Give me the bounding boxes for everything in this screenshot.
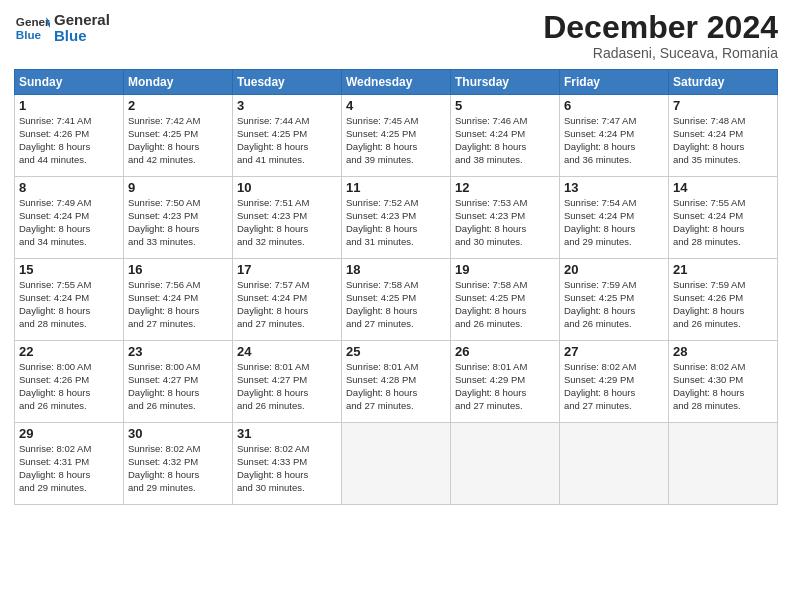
location: Radaseni, Suceava, Romania (543, 45, 778, 61)
calendar-day-cell: 22Sunrise: 8:00 AM Sunset: 4:26 PM Dayli… (15, 341, 124, 423)
title-block: December 2024 Radaseni, Suceava, Romania (543, 10, 778, 61)
day-info: Sunrise: 7:49 AM Sunset: 4:24 PM Dayligh… (19, 197, 119, 248)
day-number: 15 (19, 262, 119, 277)
calendar-day-cell: 29Sunrise: 8:02 AM Sunset: 4:31 PM Dayli… (15, 423, 124, 505)
day-info: Sunrise: 7:41 AM Sunset: 4:26 PM Dayligh… (19, 115, 119, 166)
day-info: Sunrise: 7:59 AM Sunset: 4:25 PM Dayligh… (564, 279, 664, 330)
calendar-day-cell: 6Sunrise: 7:47 AM Sunset: 4:24 PM Daylig… (560, 95, 669, 177)
day-number: 16 (128, 262, 228, 277)
day-number: 11 (346, 180, 446, 195)
calendar-day-cell: 4Sunrise: 7:45 AM Sunset: 4:25 PM Daylig… (342, 95, 451, 177)
calendar-day-cell: 8Sunrise: 7:49 AM Sunset: 4:24 PM Daylig… (15, 177, 124, 259)
calendar-day-cell: 21Sunrise: 7:59 AM Sunset: 4:26 PM Dayli… (669, 259, 778, 341)
day-number: 21 (673, 262, 773, 277)
calendar-day-cell: 25Sunrise: 8:01 AM Sunset: 4:28 PM Dayli… (342, 341, 451, 423)
calendar-day-cell: 19Sunrise: 7:58 AM Sunset: 4:25 PM Dayli… (451, 259, 560, 341)
calendar-day-cell (451, 423, 560, 505)
calendar-table: SundayMondayTuesdayWednesdayThursdayFrid… (14, 69, 778, 505)
day-info: Sunrise: 7:42 AM Sunset: 4:25 PM Dayligh… (128, 115, 228, 166)
day-number: 12 (455, 180, 555, 195)
day-number: 30 (128, 426, 228, 441)
calendar-header-cell: Monday (124, 70, 233, 95)
day-number: 27 (564, 344, 664, 359)
calendar-day-cell (342, 423, 451, 505)
day-number: 6 (564, 98, 664, 113)
day-info: Sunrise: 8:02 AM Sunset: 4:32 PM Dayligh… (128, 443, 228, 494)
day-info: Sunrise: 8:01 AM Sunset: 4:28 PM Dayligh… (346, 361, 446, 412)
day-info: Sunrise: 8:00 AM Sunset: 4:26 PM Dayligh… (19, 361, 119, 412)
calendar-day-cell: 5Sunrise: 7:46 AM Sunset: 4:24 PM Daylig… (451, 95, 560, 177)
day-info: Sunrise: 8:02 AM Sunset: 4:30 PM Dayligh… (673, 361, 773, 412)
day-info: Sunrise: 7:48 AM Sunset: 4:24 PM Dayligh… (673, 115, 773, 166)
calendar-day-cell: 15Sunrise: 7:55 AM Sunset: 4:24 PM Dayli… (15, 259, 124, 341)
calendar-day-cell: 7Sunrise: 7:48 AM Sunset: 4:24 PM Daylig… (669, 95, 778, 177)
calendar-day-cell: 10Sunrise: 7:51 AM Sunset: 4:23 PM Dayli… (233, 177, 342, 259)
calendar-container: General Blue General Blue December 2024 … (0, 0, 792, 515)
day-number: 20 (564, 262, 664, 277)
day-number: 28 (673, 344, 773, 359)
day-number: 14 (673, 180, 773, 195)
calendar-day-cell: 16Sunrise: 7:56 AM Sunset: 4:24 PM Dayli… (124, 259, 233, 341)
calendar-day-cell: 13Sunrise: 7:54 AM Sunset: 4:24 PM Dayli… (560, 177, 669, 259)
day-number: 29 (19, 426, 119, 441)
calendar-day-cell (560, 423, 669, 505)
calendar-day-cell: 26Sunrise: 8:01 AM Sunset: 4:29 PM Dayli… (451, 341, 560, 423)
day-number: 5 (455, 98, 555, 113)
calendar-header-cell: Wednesday (342, 70, 451, 95)
month-title: December 2024 (543, 10, 778, 45)
day-info: Sunrise: 7:57 AM Sunset: 4:24 PM Dayligh… (237, 279, 337, 330)
day-number: 9 (128, 180, 228, 195)
day-info: Sunrise: 7:52 AM Sunset: 4:23 PM Dayligh… (346, 197, 446, 248)
day-info: Sunrise: 8:01 AM Sunset: 4:29 PM Dayligh… (455, 361, 555, 412)
day-info: Sunrise: 7:46 AM Sunset: 4:24 PM Dayligh… (455, 115, 555, 166)
day-number: 24 (237, 344, 337, 359)
day-number: 10 (237, 180, 337, 195)
logo-blue-text: Blue (54, 28, 110, 45)
calendar-header-row: SundayMondayTuesdayWednesdayThursdayFrid… (15, 70, 778, 95)
calendar-day-cell: 20Sunrise: 7:59 AM Sunset: 4:25 PM Dayli… (560, 259, 669, 341)
calendar-body: 1Sunrise: 7:41 AM Sunset: 4:26 PM Daylig… (15, 95, 778, 505)
day-info: Sunrise: 7:58 AM Sunset: 4:25 PM Dayligh… (346, 279, 446, 330)
logo-general-text: General (54, 12, 110, 29)
calendar-day-cell: 1Sunrise: 7:41 AM Sunset: 4:26 PM Daylig… (15, 95, 124, 177)
header: General Blue General Blue December 2024 … (14, 10, 778, 61)
day-number: 4 (346, 98, 446, 113)
logo: General Blue General Blue (14, 10, 110, 46)
calendar-day-cell: 14Sunrise: 7:55 AM Sunset: 4:24 PM Dayli… (669, 177, 778, 259)
calendar-header-cell: Thursday (451, 70, 560, 95)
calendar-header-cell: Sunday (15, 70, 124, 95)
logo-icon: General Blue (14, 10, 50, 46)
day-info: Sunrise: 8:02 AM Sunset: 4:29 PM Dayligh… (564, 361, 664, 412)
day-info: Sunrise: 7:51 AM Sunset: 4:23 PM Dayligh… (237, 197, 337, 248)
svg-text:General: General (16, 15, 50, 28)
day-number: 26 (455, 344, 555, 359)
calendar-day-cell: 28Sunrise: 8:02 AM Sunset: 4:30 PM Dayli… (669, 341, 778, 423)
calendar-header-cell: Tuesday (233, 70, 342, 95)
calendar-day-cell: 23Sunrise: 8:00 AM Sunset: 4:27 PM Dayli… (124, 341, 233, 423)
day-info: Sunrise: 7:54 AM Sunset: 4:24 PM Dayligh… (564, 197, 664, 248)
day-info: Sunrise: 7:47 AM Sunset: 4:24 PM Dayligh… (564, 115, 664, 166)
day-number: 8 (19, 180, 119, 195)
day-info: Sunrise: 8:02 AM Sunset: 4:31 PM Dayligh… (19, 443, 119, 494)
day-number: 23 (128, 344, 228, 359)
day-info: Sunrise: 7:56 AM Sunset: 4:24 PM Dayligh… (128, 279, 228, 330)
day-info: Sunrise: 8:02 AM Sunset: 4:33 PM Dayligh… (237, 443, 337, 494)
day-number: 18 (346, 262, 446, 277)
day-number: 25 (346, 344, 446, 359)
day-number: 19 (455, 262, 555, 277)
calendar-day-cell: 9Sunrise: 7:50 AM Sunset: 4:23 PM Daylig… (124, 177, 233, 259)
day-info: Sunrise: 8:00 AM Sunset: 4:27 PM Dayligh… (128, 361, 228, 412)
calendar-week-row: 1Sunrise: 7:41 AM Sunset: 4:26 PM Daylig… (15, 95, 778, 177)
day-number: 3 (237, 98, 337, 113)
day-info: Sunrise: 7:55 AM Sunset: 4:24 PM Dayligh… (673, 197, 773, 248)
calendar-header-cell: Friday (560, 70, 669, 95)
day-info: Sunrise: 7:58 AM Sunset: 4:25 PM Dayligh… (455, 279, 555, 330)
calendar-day-cell: 11Sunrise: 7:52 AM Sunset: 4:23 PM Dayli… (342, 177, 451, 259)
calendar-header-cell: Saturday (669, 70, 778, 95)
calendar-day-cell: 18Sunrise: 7:58 AM Sunset: 4:25 PM Dayli… (342, 259, 451, 341)
day-info: Sunrise: 7:45 AM Sunset: 4:25 PM Dayligh… (346, 115, 446, 166)
calendar-week-row: 29Sunrise: 8:02 AM Sunset: 4:31 PM Dayli… (15, 423, 778, 505)
calendar-day-cell: 27Sunrise: 8:02 AM Sunset: 4:29 PM Dayli… (560, 341, 669, 423)
day-number: 7 (673, 98, 773, 113)
day-number: 2 (128, 98, 228, 113)
